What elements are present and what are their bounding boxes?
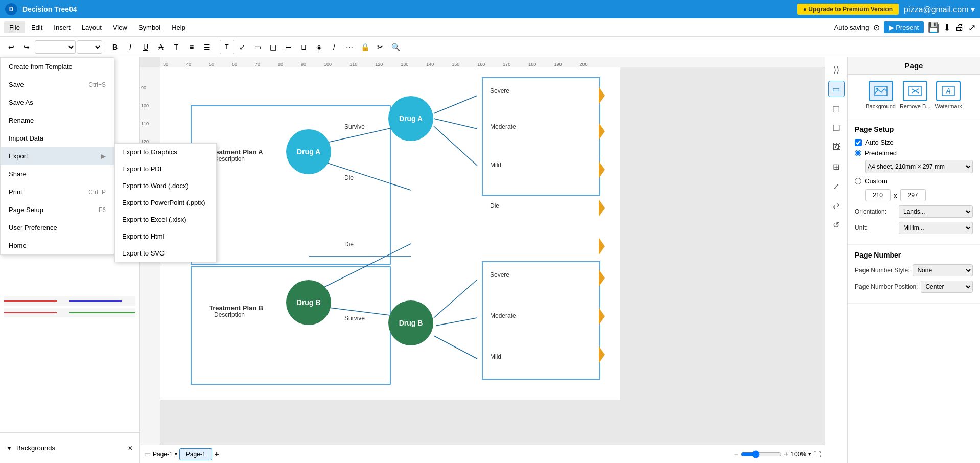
svg-text:Moderate: Moderate [490, 312, 516, 319]
search-toolbar-button[interactable]: 🔍 [388, 40, 403, 54]
auto-size-checkbox[interactable] [855, 139, 862, 146]
menu-share[interactable]: Share [1, 165, 114, 183]
svg-marker-19 [599, 238, 605, 255]
unit-select[interactable]: Millim... [899, 222, 973, 234]
align-center-button[interactable]: ☰ [200, 40, 214, 54]
sidebar-table-icon[interactable]: ⊞ [828, 158, 845, 175]
canvas-diagram[interactable]: Drug A Drug A Drug B Drug B Treatment Pl… [160, 67, 620, 400]
width-input[interactable] [865, 189, 891, 201]
present-button[interactable]: ▶ Present [884, 21, 924, 33]
share-icon-btn[interactable]: ⤢ [968, 22, 976, 33]
watermark-option[interactable]: A Watermark [935, 81, 962, 109]
svg-line-8 [434, 126, 477, 166]
strikethrough-button[interactable]: A [154, 40, 168, 54]
menu-file[interactable]: File [4, 21, 25, 33]
sidebar-shapes-icon[interactable]: ❑ [828, 120, 845, 136]
sidebar-collapse-icon[interactable]: ⟩⟩ [828, 61, 845, 78]
menu-help[interactable]: Help [167, 21, 191, 33]
sidebar-page-icon[interactable]: ▭ [828, 81, 845, 97]
sheet-size-select[interactable]: A4 sheet, 210mm × 297 mm [865, 160, 973, 173]
export-html[interactable]: Export to Html [115, 228, 216, 245]
zoom-slider[interactable] [741, 450, 782, 458]
lock-button[interactable]: 🔒 [358, 40, 372, 54]
align-left-button[interactable]: ≡ [184, 40, 199, 54]
menu-symbol[interactable]: Symbol [133, 21, 166, 33]
text-button[interactable]: T [169, 40, 183, 54]
menu-import-data[interactable]: Import Data [1, 129, 114, 147]
export-pdf[interactable]: Export to PDF [115, 160, 216, 177]
svg-point-29 [388, 300, 433, 345]
zoom-out-button[interactable]: − [734, 450, 739, 459]
export-pptx[interactable]: Export to PowerPoint (.pptx) [115, 194, 216, 211]
menu-edit[interactable]: Edit [26, 21, 48, 33]
orientation-select[interactable]: Lands... [899, 205, 973, 218]
shape4-button[interactable]: ⊔ [296, 40, 311, 54]
add-page-button[interactable]: + [214, 450, 219, 459]
page-setup-title: Page Setup [855, 125, 973, 133]
page-number-position-select[interactable]: Center [921, 281, 973, 293]
download-icon-btn[interactable]: ⬇ [943, 22, 951, 33]
sidebar-history-icon[interactable]: ↺ [828, 217, 845, 233]
user-email[interactable]: pizza@gmail.com ▾ [904, 5, 975, 14]
page-tab-1[interactable]: Page-1 [179, 448, 213, 460]
predefined-radio[interactable] [855, 150, 861, 156]
menu-home[interactable]: Home [1, 237, 114, 254]
zoom-dropdown-btn[interactable]: ▾ [808, 451, 811, 457]
fullscreen-button[interactable]: ⛶ [813, 450, 821, 458]
cut-button[interactable]: ✂ [373, 40, 387, 54]
line-style-button[interactable]: ⋯ [342, 40, 357, 54]
menu-print[interactable]: Print Ctrl+P [1, 183, 114, 201]
svg-line-5 [309, 157, 411, 190]
menu-view[interactable]: View [108, 21, 132, 33]
backgrounds-close-btn[interactable]: ✕ [125, 443, 135, 453]
svg-line-6 [434, 96, 477, 113]
undo-button[interactable]: ↩ [4, 40, 18, 54]
text-style-button[interactable]: T [220, 40, 234, 54]
svg-text:Drug A: Drug A [297, 148, 320, 156]
menu-layout[interactable]: Layout [77, 21, 107, 33]
export-graphics[interactable]: Export to Graphics [115, 144, 216, 160]
menu-user-preference[interactable]: User Preference [1, 219, 114, 237]
bold-button[interactable]: B [108, 40, 122, 54]
style-line-2[interactable] [4, 308, 135, 317]
custom-radio[interactable] [855, 178, 861, 184]
menu-save[interactable]: Save Ctrl+S [1, 76, 114, 94]
menu-insert[interactable]: Insert [49, 21, 76, 33]
height-input[interactable] [900, 189, 926, 201]
backgrounds-collapse-btn[interactable]: ▾ [4, 443, 14, 453]
page-number-style-select[interactable]: None [913, 264, 973, 276]
export-excel[interactable]: Export to Excel (.xlsx) [115, 211, 216, 228]
fill-button[interactable]: ◈ [312, 40, 326, 54]
upgrade-button[interactable]: ● Upgrade to Premium Version [797, 4, 899, 15]
menu-create-template[interactable]: Create from Template [1, 58, 114, 76]
font-size-select[interactable] [77, 40, 102, 54]
save-icon-btn[interactable]: 💾 [928, 22, 939, 33]
italic-button[interactable]: I [123, 40, 137, 54]
page-dropdown-btn[interactable]: ▾ [175, 451, 177, 457]
shape2-button[interactable]: ◱ [266, 40, 280, 54]
export-svg[interactable]: Export to SVG [115, 245, 216, 262]
connector-button[interactable]: ⤢ [235, 40, 249, 54]
background-option[interactable]: Background [866, 81, 896, 109]
style-line-1[interactable] [4, 296, 135, 306]
line-button[interactable]: / [327, 40, 341, 54]
underline-button[interactable]: U [138, 40, 153, 54]
print-icon-btn[interactable]: 🖨 [955, 22, 964, 33]
menu-page-setup[interactable]: Page Setup F6 [1, 201, 114, 219]
sidebar-replace-icon[interactable]: ⇄ [828, 197, 845, 214]
menu-rename[interactable]: Rename [1, 111, 114, 129]
shape-button[interactable]: ▭ [250, 40, 265, 54]
menu-save-as[interactable]: Save As [1, 94, 114, 111]
redo-button[interactable]: ↪ [19, 40, 34, 54]
sidebar-connector-icon[interactable]: ⤢ [828, 178, 845, 194]
font-family-select[interactable] [35, 40, 76, 54]
remove-bg-option[interactable]: Remove B... [900, 81, 931, 109]
export-word[interactable]: Export to Word (.docx) [115, 177, 216, 194]
zoom-in-button[interactable]: + [784, 450, 788, 459]
svg-line-14 [434, 336, 477, 359]
sidebar-layers-icon[interactable]: ◫ [828, 100, 845, 117]
menu-export[interactable]: Export ▶ [1, 147, 114, 165]
canvas-area[interactable]: 3040 5060 7080 90100 110120 130140 15016… [140, 57, 825, 463]
shape3-button[interactable]: ⊢ [281, 40, 295, 54]
sidebar-image-icon[interactable]: 🖼 [828, 139, 845, 155]
